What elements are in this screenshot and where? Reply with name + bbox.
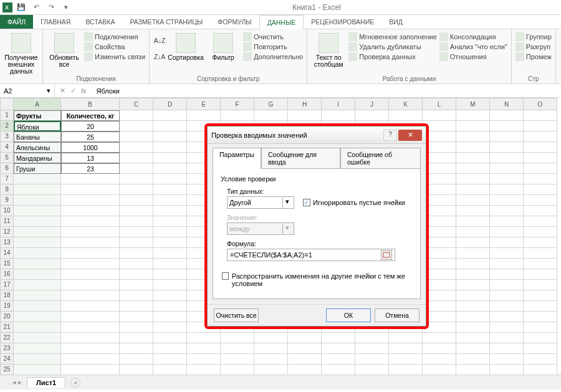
col-header[interactable]: K bbox=[389, 98, 423, 110]
cell[interactable] bbox=[120, 216, 153, 227]
ungroup-button[interactable]: Разгруп bbox=[515, 42, 552, 51]
cell[interactable] bbox=[456, 195, 490, 206]
cell[interactable] bbox=[456, 259, 490, 269]
reapply-button[interactable]: Повторить bbox=[243, 42, 303, 51]
cell[interactable] bbox=[524, 237, 557, 248]
cell[interactable] bbox=[456, 131, 490, 142]
add-sheet-button[interactable]: + bbox=[70, 378, 80, 388]
sheet-nav-icons[interactable]: ◂ ▸ bbox=[12, 378, 22, 386]
cell[interactable] bbox=[153, 206, 187, 216]
cell[interactable] bbox=[490, 153, 524, 163]
cell[interactable] bbox=[490, 312, 524, 322]
sort-asc-icon[interactable]: A↓Z bbox=[153, 32, 166, 49]
cell[interactable]: Фрукты bbox=[14, 110, 61, 121]
cell[interactable] bbox=[456, 184, 490, 195]
cell[interactable] bbox=[120, 163, 153, 174]
consolidate-button[interactable]: Консолидация bbox=[439, 32, 507, 41]
cell[interactable] bbox=[456, 227, 490, 237]
cell[interactable] bbox=[61, 365, 120, 375]
cell[interactable] bbox=[524, 280, 557, 290]
cell[interactable] bbox=[490, 354, 524, 365]
group-button[interactable]: Группир bbox=[515, 32, 552, 41]
col-header[interactable]: C bbox=[120, 98, 153, 110]
cell[interactable] bbox=[153, 142, 187, 153]
cell[interactable] bbox=[120, 153, 153, 163]
cell[interactable] bbox=[490, 259, 524, 269]
cell[interactable] bbox=[14, 280, 61, 290]
col-header[interactable]: E bbox=[187, 98, 221, 110]
cell[interactable] bbox=[490, 142, 524, 153]
cell[interactable] bbox=[490, 121, 524, 131]
cell[interactable] bbox=[14, 333, 61, 343]
row-header[interactable]: 4 bbox=[0, 142, 14, 153]
cell[interactable] bbox=[120, 269, 153, 280]
cell[interactable] bbox=[456, 174, 490, 184]
cell[interactable] bbox=[322, 333, 355, 343]
cell[interactable] bbox=[389, 354, 423, 365]
cell[interactable]: Мандарины bbox=[14, 153, 61, 163]
cell[interactable] bbox=[14, 237, 61, 248]
cell[interactable] bbox=[221, 110, 254, 121]
filter-button[interactable]: Фильтр bbox=[206, 31, 241, 61]
cell[interactable] bbox=[187, 110, 221, 121]
cell[interactable] bbox=[14, 301, 61, 312]
cell[interactable] bbox=[456, 343, 490, 354]
cell[interactable] bbox=[490, 290, 524, 301]
cell[interactable] bbox=[456, 312, 490, 322]
cell[interactable] bbox=[61, 174, 120, 184]
cell[interactable] bbox=[61, 216, 120, 227]
cell[interactable] bbox=[254, 365, 288, 375]
remove-duplicates-button[interactable]: Удалить дубликаты bbox=[348, 42, 437, 51]
tab-formulas[interactable]: ФОРМУЛЫ bbox=[210, 15, 259, 29]
cell[interactable] bbox=[120, 259, 153, 269]
cell[interactable] bbox=[153, 259, 187, 269]
row-header[interactable]: 15 bbox=[0, 259, 14, 269]
col-header[interactable]: A bbox=[14, 98, 61, 110]
cell[interactable] bbox=[524, 354, 557, 365]
cell[interactable] bbox=[120, 280, 153, 290]
col-header[interactable]: B bbox=[61, 98, 120, 110]
col-header[interactable]: M bbox=[456, 98, 490, 110]
cell[interactable] bbox=[14, 365, 61, 375]
cell[interactable] bbox=[456, 121, 490, 131]
row-header[interactable]: 18 bbox=[0, 290, 14, 301]
cell[interactable] bbox=[61, 195, 120, 206]
cell[interactable] bbox=[187, 354, 221, 365]
cell[interactable] bbox=[120, 121, 153, 131]
col-header[interactable]: O bbox=[524, 98, 557, 110]
cell[interactable] bbox=[456, 110, 490, 121]
cell[interactable]: Бананы bbox=[14, 131, 61, 142]
cell[interactable] bbox=[14, 174, 61, 184]
col-header[interactable]: H bbox=[288, 98, 322, 110]
cancel-button[interactable]: Отмена bbox=[375, 308, 420, 322]
cell[interactable] bbox=[423, 333, 456, 343]
cell[interactable] bbox=[490, 322, 524, 333]
cell[interactable] bbox=[490, 110, 524, 121]
cell[interactable] bbox=[221, 333, 254, 343]
cell[interactable] bbox=[153, 290, 187, 301]
row-header[interactable]: 3 bbox=[0, 131, 14, 142]
row-header[interactable]: 10 bbox=[0, 206, 14, 216]
cell[interactable] bbox=[524, 312, 557, 322]
row-header[interactable]: 8 bbox=[0, 184, 14, 195]
cell[interactable]: 20 bbox=[61, 121, 120, 131]
cell[interactable] bbox=[456, 248, 490, 259]
cell[interactable] bbox=[153, 301, 187, 312]
cell[interactable] bbox=[524, 290, 557, 301]
range-picker-icon[interactable] bbox=[381, 250, 392, 260]
sheet-tab[interactable]: Лист1 bbox=[27, 377, 65, 388]
cell[interactable] bbox=[355, 110, 389, 121]
col-header[interactable]: G bbox=[254, 98, 288, 110]
row-header[interactable]: 23 bbox=[0, 343, 14, 354]
cell[interactable] bbox=[153, 163, 187, 174]
cell[interactable] bbox=[322, 110, 355, 121]
cell[interactable] bbox=[14, 206, 61, 216]
cell[interactable] bbox=[490, 301, 524, 312]
cell[interactable] bbox=[322, 354, 355, 365]
cell[interactable] bbox=[153, 354, 187, 365]
cell[interactable] bbox=[355, 333, 389, 343]
dialog-close-button[interactable]: ✕ bbox=[398, 130, 422, 141]
cell[interactable] bbox=[14, 343, 61, 354]
cell[interactable] bbox=[423, 354, 456, 365]
cell[interactable] bbox=[153, 153, 187, 163]
